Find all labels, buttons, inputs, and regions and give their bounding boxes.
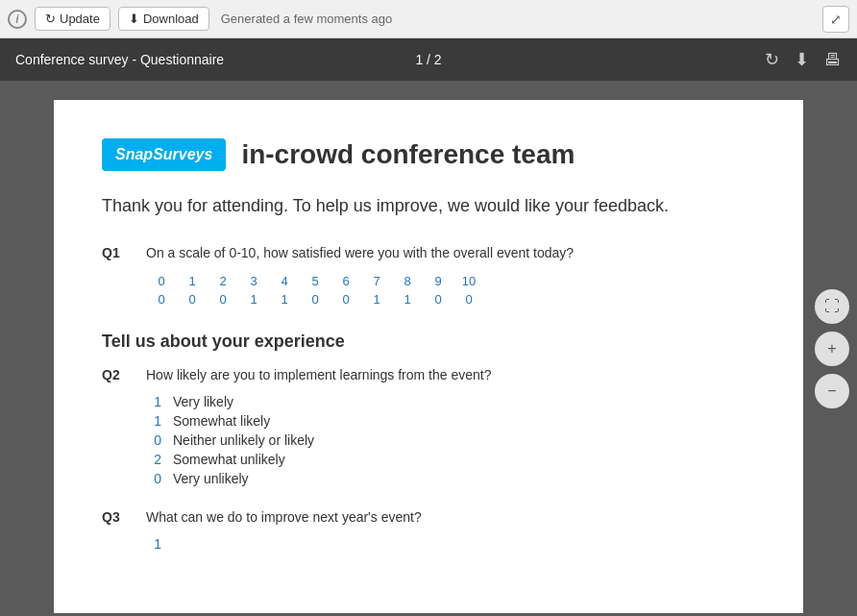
fit-icon: ⛶ <box>824 298 840 315</box>
q3-answer-list: 1 <box>146 536 755 552</box>
header-bar: Conference survey - Questionnaire 1 / 2 … <box>0 38 857 81</box>
q3-answer-item: 1 <box>146 536 755 552</box>
page-header: SnapSurveys in-crowd conference team <box>102 138 755 171</box>
question-2-block: Q2 How likely are you to implement learn… <box>102 367 755 486</box>
zoom-in-button[interactable]: + <box>815 332 849 366</box>
question-3-block: Q3 What can we do to improve next year's… <box>102 509 755 552</box>
q2-count-3: 2 <box>146 452 161 467</box>
intro-text: Thank you for attending. To help us impr… <box>102 194 755 218</box>
question-3-row: Q3 What can we do to improve next year's… <box>102 509 755 525</box>
scale-value-5: 0 <box>300 290 331 308</box>
scale-value-6: 0 <box>331 290 361 308</box>
zoom-in-icon: + <box>827 340 836 357</box>
scale-value-3: 1 <box>238 290 269 308</box>
expand-icon: ⤢ <box>830 12 842 27</box>
q2-label-4: Very unlikely <box>173 471 249 486</box>
page-title: in-crowd conference team <box>241 139 575 170</box>
q2-answer-item-0: 1Very likely <box>146 394 755 409</box>
expand-button[interactable]: ⤢ <box>822 6 849 33</box>
main-area: SnapSurveys in-crowd conference team Tha… <box>0 81 857 616</box>
scale-label-7: 7 <box>361 272 392 290</box>
q2-label-1: Somewhat likely <box>173 413 270 429</box>
q2-answer-item-3: 2Somewhat unlikely <box>146 452 755 467</box>
question-2-row: Q2 How likely are you to implement learn… <box>102 367 755 382</box>
zoom-out-button[interactable]: − <box>815 374 849 408</box>
zoom-out-icon: − <box>827 382 836 400</box>
download-button[interactable]: ⬇ Download <box>118 7 209 31</box>
side-controls: ⛶ + − <box>815 289 849 408</box>
scale-value-9: 0 <box>423 290 453 308</box>
scale-value-1: 0 <box>177 290 208 308</box>
scale-value-2: 0 <box>208 290 238 308</box>
q2-label-0: Very likely <box>173 394 233 409</box>
scale-label-0: 0 <box>146 272 177 290</box>
q2-count-0: 1 <box>146 394 161 409</box>
scale-value-0: 0 <box>146 290 177 308</box>
scale-label-5: 5 <box>300 272 331 290</box>
q2-answer-item-4: 0Very unlikely <box>146 471 755 486</box>
scale-label-3: 3 <box>238 272 269 290</box>
scale-labels-row: 012345678910 <box>146 272 484 290</box>
q2-answer-list: 1Very likely1Somewhat likely0Neither unl… <box>146 394 755 486</box>
q2-text: How likely are you to implement learning… <box>146 367 492 382</box>
snap-surveys-logo: SnapSurveys <box>102 138 226 171</box>
scale-value-10: 0 <box>453 290 484 308</box>
download-icon: ⬇ <box>129 12 139 26</box>
q2-answer-item-2: 0Neither unlikely or likely <box>146 432 755 448</box>
scale-values-row: 00011001100 <box>146 290 484 308</box>
scale-label-1: 1 <box>177 272 208 290</box>
refresh-icon: ↻ <box>45 12 56 26</box>
scale-value-7: 1 <box>361 290 392 308</box>
generated-text: Generated a few moments ago <box>221 12 393 26</box>
q3-count: 1 <box>146 536 161 552</box>
header-title: Conference survey - Questionnaire <box>15 52 765 67</box>
scale-label-4: 4 <box>269 272 300 290</box>
q3-text: What can we do to improve next year's ev… <box>146 509 422 525</box>
question-1-row: Q1 On a scale of 0-10, how satisfied wer… <box>102 245 755 260</box>
scale-label-8: 8 <box>392 272 423 290</box>
scale-value-4: 1 <box>269 290 300 308</box>
scale-value-8: 1 <box>392 290 423 308</box>
q2-label-2: Neither unlikely or likely <box>173 432 314 448</box>
update-button[interactable]: ↻ Update <box>35 7 110 31</box>
page-indicator: 1 / 2 <box>415 52 441 67</box>
header-refresh-icon[interactable]: ↻ <box>765 49 779 70</box>
header-icons: ↻ ⬇ 🖶 <box>765 49 842 70</box>
section-2-heading: Tell us about your experience <box>102 332 755 352</box>
q3-number: Q3 <box>102 509 131 525</box>
scale-label-2: 2 <box>208 272 238 290</box>
scale-label-9: 9 <box>423 272 453 290</box>
q2-count-4: 0 <box>146 471 161 486</box>
q2-answer-item-1: 1Somewhat likely <box>146 413 755 429</box>
scale-table: 012345678910 00011001100 <box>146 272 484 308</box>
toolbar: i ↻ Update ⬇ Download Generated a few mo… <box>0 0 857 38</box>
q2-count-2: 0 <box>146 432 161 448</box>
q1-text: On a scale of 0-10, how satisfied were y… <box>146 245 574 260</box>
scale-label-10: 10 <box>453 272 484 290</box>
fit-page-button[interactable]: ⛶ <box>815 289 849 324</box>
pdf-page: SnapSurveys in-crowd conference team Tha… <box>54 100 803 613</box>
q2-number: Q2 <box>102 367 131 382</box>
info-icon[interactable]: i <box>8 10 27 29</box>
q2-label-3: Somewhat unlikely <box>173 452 285 467</box>
q1-number: Q1 <box>102 245 131 260</box>
header-print-icon[interactable]: 🖶 <box>824 50 842 70</box>
scale-label-6: 6 <box>331 272 361 290</box>
question-1-block: Q1 On a scale of 0-10, how satisfied wer… <box>102 245 755 308</box>
header-download-icon[interactable]: ⬇ <box>795 49 809 70</box>
q2-count-1: 1 <box>146 413 161 429</box>
